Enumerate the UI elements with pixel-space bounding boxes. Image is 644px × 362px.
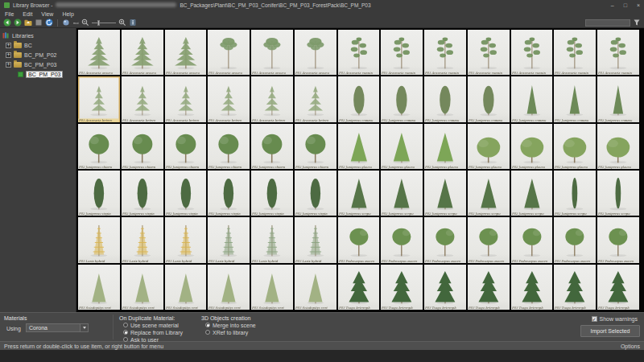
thumbnail-item[interactable]: P03 Sciadopitys vert bbox=[78, 265, 120, 310]
radio-option[interactable]: XRef to library bbox=[205, 329, 256, 335]
thumbnail-item[interactable]: P02 Juniperus commu bbox=[554, 76, 596, 121]
thumbnail-item[interactable]: P03 Larix hybrid bbox=[122, 217, 163, 262]
thumbnail-item[interactable]: P03 Sciadopitys vert bbox=[165, 265, 207, 310]
thumbnail-item[interactable]: P02 Juniperus chinen bbox=[251, 124, 293, 169]
menu-view[interactable]: View bbox=[41, 11, 53, 17]
thumbnail-item[interactable]: P02 Juniperus scopu bbox=[424, 171, 466, 216]
thumbnail-item[interactable]: P02 Juniperus scopu bbox=[597, 171, 639, 216]
thumbnail-item[interactable]: P01 Araucaria cunnin bbox=[597, 30, 639, 75]
zoom-out-icon[interactable] bbox=[81, 19, 89, 27]
thumbnail-item[interactable]: P02 Juniperus virgin bbox=[165, 171, 207, 216]
show-warnings-option[interactable]: ✓ Show warnings bbox=[592, 316, 638, 322]
close-button[interactable]: × bbox=[637, 2, 640, 8]
sidebar-item-bc-pm-p03-library[interactable]: BC_PM_P03 bbox=[0, 69, 76, 79]
sidebar-item-label[interactable]: BC_PM_P03 bbox=[24, 62, 56, 68]
radio-icon[interactable] bbox=[123, 337, 128, 342]
stop-icon[interactable] bbox=[35, 19, 43, 27]
thumbnail-item[interactable]: P01 Araucaria arauca bbox=[295, 30, 336, 75]
expand-icon[interactable]: + bbox=[6, 52, 11, 58]
sidebar-item-bc[interactable]: + BC bbox=[0, 40, 76, 50]
thumbnail-item[interactable]: P02 Juniperus glauca bbox=[381, 124, 423, 169]
thumbnail-item[interactable]: P02 Juniperus chinen bbox=[208, 124, 250, 169]
thumbnail-item[interactable]: P02 Juniperus commu bbox=[424, 76, 466, 121]
radio-icon[interactable] bbox=[123, 323, 128, 327]
thumbnail-item[interactable]: P02 Juniperus scopu bbox=[468, 171, 510, 216]
thumbnail-item[interactable]: P03 Larix hybrid bbox=[208, 217, 250, 262]
sidebar-item-bc-pm-p02[interactable]: + BC_PM_P02 bbox=[0, 50, 76, 60]
sidebar-item-label[interactable]: BC_PM_P02 bbox=[24, 52, 56, 58]
thumbnail-item[interactable]: P03 Podocarpus macro bbox=[511, 217, 553, 262]
thumbnail-item[interactable]: P01 Araucaria cunnin bbox=[424, 30, 466, 75]
thumbnail-item[interactable]: P03 Tsuga heteroph bbox=[597, 265, 639, 310]
thumbnail-item[interactable]: P02 Juniperus virgin bbox=[122, 171, 163, 216]
radio-icon[interactable] bbox=[205, 323, 210, 327]
thumbnail-item[interactable]: P02 Juniperus virgin bbox=[78, 171, 120, 216]
menu-help[interactable]: Help bbox=[62, 11, 73, 17]
checkbox-checked-icon[interactable]: ✓ bbox=[592, 316, 597, 322]
thumbnail-item[interactable]: P01 Araucaria hetero bbox=[122, 76, 163, 121]
radio-icon[interactable] bbox=[205, 330, 210, 335]
menu-file[interactable]: File bbox=[5, 11, 14, 17]
thumbnail-item[interactable]: P03 Tsuga heteroph bbox=[381, 265, 423, 310]
thumbnail-item[interactable]: P01 Araucaria arauca bbox=[208, 30, 250, 75]
filter-icon[interactable] bbox=[633, 19, 641, 27]
thumbnail-item[interactable]: P01 Araucaria cunnin bbox=[511, 30, 553, 75]
up-folder-icon[interactable] bbox=[24, 19, 32, 27]
zoom-slider-handle[interactable] bbox=[97, 20, 100, 26]
thumbnail-item[interactable]: P02 Juniperus chinen bbox=[78, 124, 120, 169]
thumbnail-item[interactable]: P02 Juniperus scopu bbox=[554, 171, 596, 216]
minimize-button[interactable]: – bbox=[611, 2, 614, 8]
thumbnail-item[interactable]: P01 Araucaria hetero bbox=[295, 76, 336, 121]
thumbnail-item[interactable]: P02 Juniperus glauca bbox=[554, 124, 596, 169]
thumbnail-item[interactable]: P01 Araucaria hetero bbox=[78, 76, 120, 121]
sidebar-item-label-selected[interactable]: BC_PM_P03 bbox=[26, 71, 63, 78]
thumbnail-item[interactable]: P02 Juniperus virgin bbox=[251, 171, 293, 216]
material-dropdown[interactable]: Corona bbox=[26, 323, 89, 332]
forward-icon[interactable] bbox=[14, 19, 22, 27]
thumbnail-item[interactable]: P01 Araucaria arauca bbox=[165, 30, 207, 75]
thumbnail-item[interactable]: P01 Araucaria cunnin bbox=[468, 30, 510, 75]
thumbnail-item[interactable]: P02 Juniperus commu bbox=[511, 76, 553, 121]
thumbnail-item[interactable]: P02 Juniperus commu bbox=[597, 76, 639, 121]
thumbnail-item[interactable]: P01 Araucaria cunnin bbox=[554, 30, 596, 75]
thumbnail-item[interactable]: P03 Larix hybrid bbox=[165, 217, 207, 262]
thumbnail-item[interactable]: P03 Tsuga heteroph bbox=[511, 265, 553, 310]
zoom-in-icon[interactable] bbox=[118, 19, 126, 27]
radio-option[interactable]: Ask to user bbox=[123, 336, 183, 343]
thumbnail-item[interactable]: P03 Sciadopitys vert bbox=[251, 265, 293, 310]
thumbnail-item[interactable]: P03 Podocarpus macro bbox=[468, 217, 510, 262]
thumbnail-item[interactable]: P03 Sciadopitys vert bbox=[122, 265, 163, 310]
back-icon[interactable] bbox=[3, 19, 11, 27]
thumbnail-item[interactable]: P01 Araucaria hetero bbox=[165, 76, 207, 121]
thumbnail-item[interactable]: P02 Juniperus chinen bbox=[165, 124, 207, 169]
thumbnail-item[interactable]: P03 Podocarpus macro bbox=[424, 217, 466, 262]
thumbnail-item[interactable]: P03 Tsuga heteroph bbox=[338, 265, 380, 310]
expand-icon[interactable]: + bbox=[6, 43, 11, 48]
thumbnail-item[interactable]: P02 Juniperus virgin bbox=[295, 171, 336, 216]
thumbnail-item[interactable]: P02 Juniperus scopu bbox=[338, 171, 380, 216]
dropdown-arrow-box[interactable] bbox=[80, 324, 88, 331]
thumbnail-item[interactable]: P01 Araucaria hetero bbox=[208, 76, 250, 121]
sidebar-item-label[interactable]: BC bbox=[24, 43, 32, 48]
thumbnail-item[interactable]: P03 Sciadopitys vert bbox=[295, 265, 336, 310]
sidebar-item-bc-pm-p03[interactable]: + BC_PM_P03 bbox=[0, 60, 76, 69]
material-dropdown-value[interactable]: Corona bbox=[27, 325, 80, 331]
thumbnail-item[interactable]: P02 Juniperus virgin bbox=[208, 171, 250, 216]
thumbnail-item[interactable]: P02 Juniperus scopu bbox=[511, 171, 553, 216]
thumbnail-item[interactable]: P01 Araucaria arauca bbox=[78, 30, 120, 75]
maximize-button[interactable]: □ bbox=[624, 2, 627, 8]
import-selected-button[interactable]: Import Selected bbox=[580, 325, 640, 337]
info-icon[interactable] bbox=[129, 19, 137, 27]
thumbnail-item[interactable]: P02 Juniperus glauca bbox=[424, 124, 466, 169]
thumbnail-item[interactable]: P02 Juniperus glauca bbox=[338, 124, 380, 169]
refresh-icon[interactable] bbox=[45, 19, 53, 27]
thumbnail-item[interactable]: P02 Juniperus glauca bbox=[597, 124, 639, 169]
thumbnail-item[interactable]: P03 Podocarpus macro bbox=[554, 217, 596, 262]
zoom-slider[interactable] bbox=[92, 19, 116, 26]
radio-option[interactable]: Replace from Library bbox=[123, 329, 183, 335]
thumbnail-item[interactable]: P02 Juniperus chinen bbox=[122, 124, 163, 169]
menu-edit[interactable]: Edit bbox=[23, 11, 32, 17]
thumbnail-item[interactable]: P03 Podocarpus macro bbox=[597, 217, 639, 262]
thumbnail-item[interactable]: P03 Tsuga heteroph bbox=[468, 265, 510, 310]
thumbnail-item[interactable]: P02 Juniperus glauca bbox=[511, 124, 553, 169]
